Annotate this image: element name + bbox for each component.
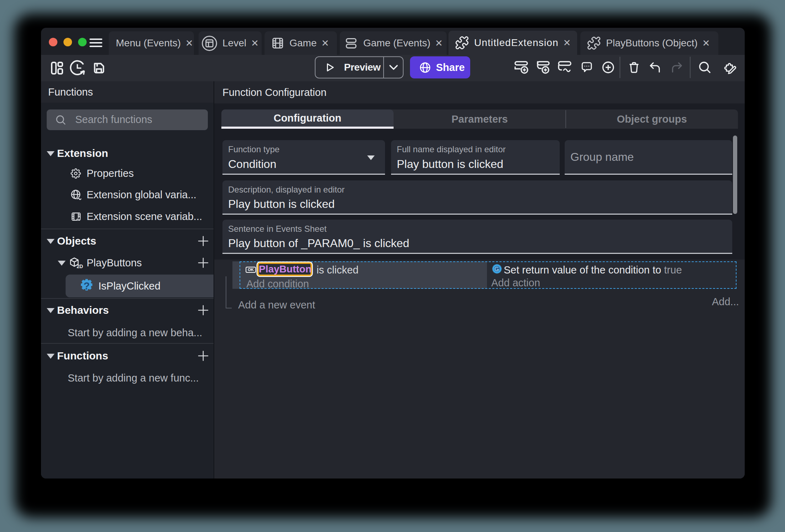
svg-text:?: ? (83, 280, 90, 292)
